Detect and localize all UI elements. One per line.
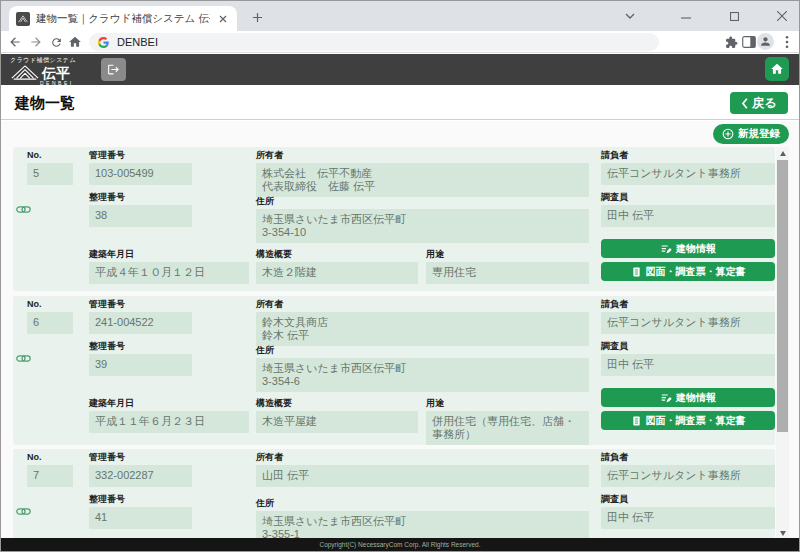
surveyor-label: 調査員 xyxy=(601,192,775,203)
contractor-value: 伝平コンサルタント事務所 xyxy=(601,312,775,334)
kanri-value: 332-002287 xyxy=(89,465,192,487)
usage-label: 用途 xyxy=(426,398,589,409)
contractor-label: 請負者 xyxy=(601,150,775,161)
address-value: 埼玉県さいたま市西区伝平町 3-354-6 xyxy=(256,358,589,392)
tab-close-icon[interactable] xyxy=(216,12,230,26)
contractor-label: 請負者 xyxy=(601,299,775,310)
home-icon[interactable] xyxy=(67,34,83,50)
profile-avatar[interactable] xyxy=(757,33,774,50)
site-favicon-icon xyxy=(16,12,30,26)
app-logo: クラウド補償システム 伝平 DENBEI xyxy=(10,56,76,86)
roof-logo-icon xyxy=(10,65,40,80)
usage-value: 併用住宅（専用住宅、店舗・事務所） xyxy=(426,411,589,445)
url-text: DENBEI xyxy=(117,36,158,48)
address-label: 住所 xyxy=(256,345,589,356)
new-tab-button[interactable] xyxy=(249,9,265,25)
forward-arrow-icon[interactable] xyxy=(28,34,44,50)
tab-title: 建物一覧｜クラウド補償システム 伝平 xyxy=(36,12,210,26)
tab-search-chevron-icon[interactable] xyxy=(621,8,639,24)
building-record-row: No.5 管理番号103-005499 整理番号38 所有者株式会社 伝平不動産… xyxy=(13,147,775,291)
contractor-value: 伝平コンサルタント事務所 xyxy=(601,465,775,487)
window-minimize-button[interactable] xyxy=(677,8,695,24)
logout-button[interactable] xyxy=(101,58,126,81)
structure-value: 木造平屋建 xyxy=(256,411,418,433)
seiri-value: 38 xyxy=(89,205,192,227)
app-header: クラウド補償システム 伝平 DENBEI xyxy=(1,54,799,85)
surveyor-value: 田中 伝平 xyxy=(601,354,775,376)
no-label: No. xyxy=(27,150,73,161)
back-arrow-icon[interactable] xyxy=(7,34,23,50)
address-value: 埼玉県さいたま市西区伝平町 3-354-10 xyxy=(256,209,589,243)
seiri-label: 整理番号 xyxy=(89,494,192,505)
usage-value: 専用住宅 xyxy=(426,262,589,284)
scrollbar-up-icon[interactable] xyxy=(776,147,789,159)
link-icon[interactable] xyxy=(16,200,31,209)
structure-label: 構造概要 xyxy=(256,398,418,409)
browser-toolbar: DENBEI xyxy=(1,31,799,53)
kanri-value: 103-005499 xyxy=(89,163,192,185)
building-info-button[interactable]: 建物情報 xyxy=(601,388,775,407)
side-panel-icon[interactable] xyxy=(741,34,757,50)
owner-label: 所有者 xyxy=(256,150,589,161)
owner-label: 所有者 xyxy=(256,452,589,463)
address-label: 住所 xyxy=(256,498,589,509)
structure-label: 構造概要 xyxy=(256,249,418,260)
new-register-button[interactable]: 新規登録 xyxy=(713,124,789,144)
document-icon xyxy=(631,266,642,278)
contractor-value: 伝平コンサルタント事務所 xyxy=(601,163,775,185)
surveyor-value: 田中 伝平 xyxy=(601,507,775,529)
owner-value: 株式会社 伝平不動産 代表取締役 佐藤 伝平 xyxy=(256,163,589,197)
kanri-label: 管理番号 xyxy=(89,299,192,310)
page-title: 建物一覧 xyxy=(15,94,75,113)
scrollbar-thumb[interactable] xyxy=(777,160,788,432)
window-maximize-button[interactable] xyxy=(725,8,743,24)
owner-label: 所有者 xyxy=(256,299,589,310)
owner-value: 山田 伝平 xyxy=(256,465,589,487)
footer: Copyright(C) NecessaryCom Corp. All Righ… xyxy=(1,538,799,551)
building-record-row: No.7 管理番号332-002287 整理番号41 所有者山田 伝平 住所埼玉… xyxy=(13,449,775,539)
seiri-value: 41 xyxy=(89,507,192,529)
edit-list-icon xyxy=(660,243,672,255)
building-list: No.5 管理番号103-005499 整理番号38 所有者株式会社 伝平不動産… xyxy=(13,147,775,539)
built-label: 建築年月日 xyxy=(89,398,249,409)
usage-label: 用途 xyxy=(426,249,589,260)
no-value: 6 xyxy=(27,312,73,334)
extensions-puzzle-icon[interactable] xyxy=(723,34,739,50)
window-close-button[interactable] xyxy=(773,8,791,24)
seiri-label: 整理番号 xyxy=(89,341,192,352)
no-value: 5 xyxy=(27,163,73,185)
owner-value: 鈴木文具商店 鈴木 伝平 xyxy=(256,312,589,346)
building-record-row: No.6 管理番号241-004522 整理番号39 所有者鈴木文具商店 鈴木 … xyxy=(13,296,775,445)
menu-dots-icon[interactable] xyxy=(779,34,795,50)
browser-tab[interactable]: 建物一覧｜クラウド補償システム 伝平 xyxy=(9,6,237,31)
tab-strip: 建物一覧｜クラウド補償システム 伝平 xyxy=(1,1,799,31)
link-icon[interactable] xyxy=(16,349,31,358)
page-title-band: 建物一覧 戻る xyxy=(1,85,799,120)
address-value: 埼玉県さいたま市西区伝平町 3-355-1 xyxy=(256,511,589,539)
google-g-icon xyxy=(98,37,109,48)
reload-icon[interactable] xyxy=(48,34,64,50)
address-label: 住所 xyxy=(256,196,589,207)
surveyor-value: 田中 伝平 xyxy=(601,205,775,227)
no-value: 7 xyxy=(27,465,73,487)
kanri-value: 241-004522 xyxy=(89,312,192,334)
logo-name-text: 伝平 xyxy=(42,66,70,80)
edit-list-icon xyxy=(660,392,672,404)
built-value: 平成４年１０月１２日 xyxy=(89,262,249,284)
chevron-left-icon xyxy=(741,98,748,109)
no-label: No. xyxy=(27,299,73,310)
drawings-docs-button[interactable]: 図面・調査票・算定書 xyxy=(601,262,775,281)
document-icon xyxy=(631,415,642,427)
scrollbar[interactable] xyxy=(776,147,789,539)
surveyor-label: 調査員 xyxy=(601,341,775,352)
link-icon[interactable] xyxy=(16,502,31,511)
app-home-button[interactable] xyxy=(765,57,789,81)
kanri-label: 管理番号 xyxy=(89,452,192,463)
seiri-label: 整理番号 xyxy=(89,192,192,203)
no-label: No. xyxy=(27,452,73,463)
back-button[interactable]: 戻る xyxy=(730,92,788,114)
address-bar[interactable]: DENBEI xyxy=(89,33,659,51)
drawings-docs-button[interactable]: 図面・調査票・算定書 xyxy=(601,411,775,430)
building-info-button[interactable]: 建物情報 xyxy=(601,239,775,258)
kanri-label: 管理番号 xyxy=(89,150,192,161)
